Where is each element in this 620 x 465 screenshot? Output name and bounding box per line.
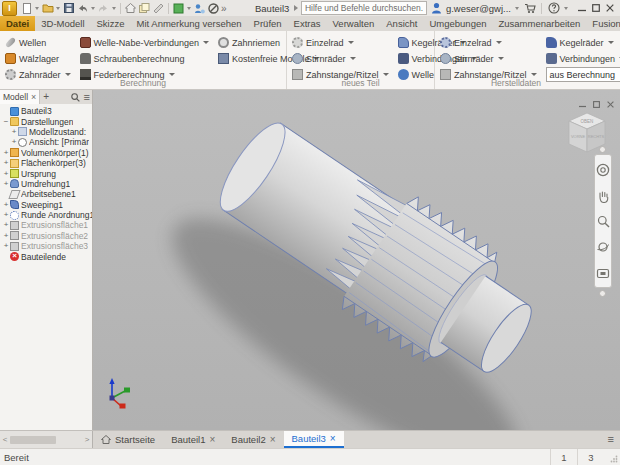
tab-umgebungen[interactable]: Umgebungen (423, 16, 492, 31)
redo-icon[interactable] (97, 2, 110, 15)
expand-icon[interactable] (10, 128, 18, 136)
wellen-button[interactable]: Wellen (5, 35, 71, 50)
sync-user-icon[interactable] (193, 2, 206, 15)
tree-item-extrusionsflaeche3[interactable]: Extrusionsfläche3 (0, 241, 92, 251)
tree-item-darstellungen[interactable]: Darstellungen (0, 116, 92, 126)
tab-skizze[interactable]: Skizze (91, 16, 131, 31)
navbar-options-dot[interactable] (599, 290, 606, 297)
viewport-3d[interactable]: OBEN VORNE RECHTS (93, 90, 620, 430)
collapse-icon[interactable] (2, 118, 10, 126)
cart-icon[interactable] (523, 2, 536, 15)
tab-3d-modell[interactable]: 3D-Modell (35, 16, 90, 31)
scroll-thumb[interactable] (10, 436, 56, 444)
inventor-logo-icon[interactable] (2, 1, 17, 16)
help-search-input[interactable] (301, 1, 427, 15)
resize-grip[interactable] (604, 449, 620, 465)
browser-menu-icon[interactable] (84, 92, 90, 103)
doc-close-icon[interactable] (607, 94, 614, 112)
tab-list-menu-icon[interactable] (608, 434, 614, 445)
navigation-wheel-icon[interactable] (596, 163, 610, 177)
help-icon[interactable] (547, 2, 560, 15)
scroll-left-icon[interactable] (1, 435, 9, 444)
browser-hscrollbar[interactable] (0, 431, 93, 448)
expand-icon[interactable] (2, 180, 10, 188)
add-browser-tab-button[interactable] (40, 92, 52, 102)
tab-datei[interactable]: Datei (0, 16, 35, 31)
sheets-icon[interactable] (138, 2, 151, 15)
doc-tab-bauteil1[interactable]: Bauteil1 (163, 431, 223, 448)
maximize-icon[interactable] (592, 4, 600, 12)
stirnraeder-herstell-button[interactable]: Stirnräder (440, 51, 537, 66)
new-file-caret-icon[interactable] (35, 7, 39, 10)
home-view-icon[interactable] (124, 2, 137, 15)
doc-tab-bauteil2[interactable]: Bauteil2 (223, 431, 283, 448)
kegelraeder-herstell-button[interactable]: Kegelräder (546, 35, 620, 50)
scroll-right-icon[interactable] (83, 435, 91, 444)
doc-tab-bauteil3[interactable]: Bauteil3 (284, 431, 344, 448)
close-icon[interactable] (270, 434, 276, 445)
new-file-icon[interactable] (20, 2, 33, 15)
expand-icon[interactable] (2, 242, 10, 250)
viewcube-right-label[interactable]: RECHTS (588, 134, 605, 139)
tree-item-extrusionsflaeche2[interactable]: Extrusionsfläche2 (0, 231, 92, 241)
zoom-icon[interactable] (597, 215, 610, 228)
undo-icon[interactable] (76, 2, 89, 15)
expand-icon[interactable] (2, 221, 10, 229)
search-expand-icon[interactable] (294, 5, 298, 11)
einzelrad-herstell-button[interactable]: Einzelrad (440, 35, 537, 50)
tab-extras[interactable]: Extras (288, 16, 327, 31)
schraubenberechnung-button[interactable]: Schraubenberechnung (80, 51, 209, 66)
look-at-icon[interactable] (596, 267, 610, 279)
tree-item-bauteilende[interactable]: Bauteilende (0, 251, 92, 261)
tree-item-modellzustand[interactable]: Modellzustand: (0, 127, 92, 137)
undo-caret-icon[interactable] (91, 7, 95, 10)
viewcube-front-label[interactable]: VORNE (571, 134, 586, 139)
doc-tab-startseite[interactable]: Startseite (93, 431, 163, 448)
expand-icon[interactable] (2, 149, 10, 157)
material-caret-icon[interactable] (187, 7, 191, 10)
gear-shaft-model[interactable] (93, 90, 620, 430)
open-caret-icon[interactable] (56, 7, 60, 10)
tab-zusammenarbeiten[interactable]: Zusammenarbeiten (492, 16, 586, 31)
close-icon[interactable] (31, 92, 36, 102)
close-icon[interactable] (330, 433, 336, 444)
navbar-options-dot[interactable] (599, 146, 606, 153)
minimize-icon[interactable] (578, 4, 586, 12)
expand-icon[interactable] (2, 232, 10, 240)
tree-item-ansicht[interactable]: Ansicht: [Primär (0, 137, 92, 147)
toolbar-overflow-icon[interactable] (221, 3, 227, 14)
pan-hand-icon[interactable] (597, 190, 610, 203)
verbindungen-herstell-button[interactable]: Verbindungen (546, 51, 620, 66)
tab-pruefen[interactable]: Prüfen (248, 16, 288, 31)
viewcube-top-label[interactable]: OBEN (581, 119, 594, 124)
save-icon[interactable] (62, 2, 75, 15)
expand-icon[interactable] (2, 211, 10, 219)
welle-nabe-button[interactable]: Welle-Nabe-Verbindungen (80, 35, 209, 50)
expand-icon[interactable] (2, 159, 10, 167)
measure-icon[interactable] (152, 2, 165, 15)
user-menu-caret-icon[interactable] (515, 7, 519, 10)
tree-item-extrusionsflaeche1[interactable]: Extrusionsfläche1 (0, 220, 92, 230)
tab-ansicht[interactable]: Ansicht (380, 16, 423, 31)
tree-item-volumenkoerper[interactable]: Volumenkörper(1) (0, 148, 92, 158)
browser-tab-modell[interactable]: Modell (0, 90, 40, 104)
help-caret-icon[interactable] (564, 7, 568, 10)
close-icon[interactable] (606, 4, 614, 12)
tree-item-umdrehung[interactable]: Umdrehung1 (0, 179, 92, 189)
tree-item-runde-anordnung[interactable]: Runde Anordnung1 (0, 210, 92, 220)
orbit-icon[interactable] (596, 240, 610, 254)
tree-item-flaechenkoerper[interactable]: Flächenkörper(3) (0, 158, 92, 168)
stirnraeder-neu-button[interactable]: Stirnräder (292, 51, 389, 66)
tab-fusion[interactable]: Fusion (586, 16, 620, 31)
expand-icon[interactable] (2, 201, 10, 209)
no-render-icon[interactable] (207, 2, 220, 15)
close-icon[interactable] (209, 434, 215, 445)
einzelrad-neu-button[interactable]: Einzelrad (292, 35, 389, 50)
search-icon[interactable] (71, 93, 80, 102)
tab-anmerkung[interactable]: Mit Anmerkung versehen (131, 16, 248, 31)
expand-icon[interactable] (10, 138, 18, 146)
tree-item-ursprung[interactable]: Ursprung (0, 168, 92, 178)
tree-item-part[interactable]: Bauteil3 (0, 106, 92, 116)
signed-in-user[interactable]: g.weser@gwj... (446, 3, 511, 14)
expand-icon[interactable] (2, 170, 10, 178)
